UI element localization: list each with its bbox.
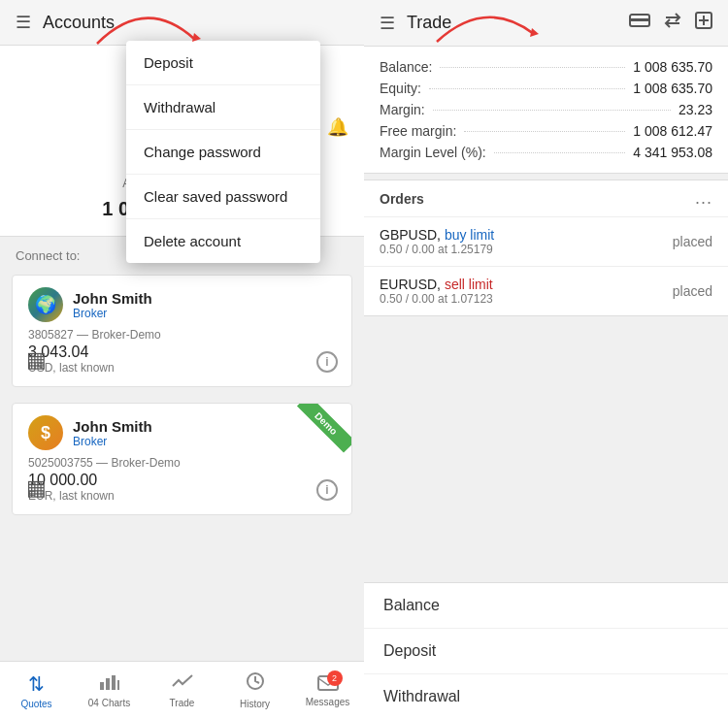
red-arrow-right [422, 5, 548, 49]
order-info-0: GBPUSD, buy limit 0.50 / 0.00 at 1.25179 [380, 227, 494, 256]
dropdown-menu: Deposit Withdrawal Change password Clear… [126, 41, 320, 263]
trade-icon [172, 672, 193, 695]
balance-label-4: Margin Level (%): [380, 145, 486, 160]
order-info-1: EURUSD, sell limit 0.50 / 0.00 at 1.0712… [380, 277, 493, 306]
svg-rect-8 [630, 18, 649, 21]
history-icon [246, 671, 265, 696]
balance-row-2: Margin: 23.23 [380, 99, 712, 120]
info-icon-2[interactable]: i [316, 479, 338, 501]
order-type-1: sell limit [445, 277, 493, 292]
dotted-0 [440, 67, 625, 68]
messages-icon-wrap: 2 [317, 674, 339, 694]
order-item-1[interactable]: EURUSD, sell limit 0.50 / 0.00 at 1.0712… [364, 267, 728, 315]
account-1-number: 3805827 — Broker-Demo [28, 328, 336, 342]
nav-trade-label: Trade [170, 698, 195, 708]
dropdown-delete-account[interactable]: Delete account [126, 219, 320, 263]
account-2-number: 5025003755 — Broker-Demo [28, 456, 336, 470]
orders-header: Orders ... [364, 180, 728, 217]
balance-label-0: Balance: [380, 59, 432, 75]
dropdown-clear-password[interactable]: Clear saved password [126, 175, 320, 219]
svg-rect-3 [112, 675, 116, 690]
account-1-currency: USD, last known [28, 361, 336, 375]
dotted-4 [494, 152, 626, 153]
order-sub-1: 0.50 / 0.00 at 1.07123 [380, 292, 493, 306]
dotted-2 [433, 110, 671, 111]
balance-value-2: 23.23 [678, 102, 712, 117]
order-status-1: placed [673, 283, 712, 299]
balance-row-4: Margin Level (%): 4 341 953.08 [380, 142, 712, 163]
order-pair-1: EURUSD, sell limit [380, 277, 493, 292]
order-type-0: buy limit [445, 227, 494, 243]
orders-title: Orders [380, 191, 424, 207]
bottom-menu-deposit[interactable]: Deposit [364, 629, 728, 674]
balance-label-2: Margin: [380, 102, 425, 117]
account-2-name: John Smith [73, 418, 152, 435]
left-panel: ☰ Accounts 🌍 John Sm Broker 4481832 — Br… [0, 0, 364, 719]
balance-row-0: Balance: 1 008 635.70 [380, 56, 712, 78]
balance-value-1: 1 008 635.70 [633, 81, 712, 96]
svg-rect-1 [100, 682, 104, 690]
dotted-1 [429, 88, 625, 89]
balance-row-1: Equity: 1 008 635.70 [380, 78, 712, 99]
right-hamburger-icon[interactable]: ☰ [380, 13, 395, 34]
nav-messages[interactable]: 2 Messages [291, 662, 364, 719]
transfer-icon[interactable] [664, 12, 681, 34]
nav-history[interactable]: History [218, 662, 291, 719]
info-icon-1[interactable]: i [316, 351, 338, 373]
svg-marker-0 [192, 33, 201, 42]
balance-section: Balance: 1 008 635.70 Equity: 1 008 635.… [364, 47, 728, 174]
nav-history-label: History [240, 699, 270, 709]
nav-trade[interactable]: Trade [146, 662, 218, 719]
svg-rect-4 [117, 680, 119, 690]
orders-more-button[interactable]: ... [695, 188, 712, 209]
quotes-icon: ⇅ [28, 672, 45, 696]
account-list-item-2[interactable]: Demo $ John Smith Broker 5025003755 — Br… [12, 403, 352, 515]
balance-value-4: 4 341 953.08 [633, 145, 712, 160]
orders-section: Orders ... GBPUSD, buy limit 0.50 / 0.00… [364, 180, 728, 316]
order-pair-0: GBPUSD, buy limit [380, 227, 494, 243]
dropdown-change-password[interactable]: Change password [126, 130, 320, 175]
balance-label-1: Equity: [380, 81, 421, 96]
nav-quotes-label: Quotes [20, 699, 51, 709]
order-item-0[interactable]: GBPUSD, buy limit 0.50 / 0.00 at 1.25179… [364, 217, 728, 267]
account-2-amount: 10 000.00 [28, 472, 336, 489]
account-1-amount: 3 043.04 [28, 343, 336, 361]
svg-marker-12 [530, 28, 539, 37]
dropdown-withdrawal[interactable]: Withdrawal [126, 85, 320, 130]
account-2-avatar: $ [28, 415, 63, 450]
bottom-menu-balance[interactable]: Balance [364, 583, 728, 629]
qr-icon-1[interactable]: ▦ [26, 347, 47, 373]
balance-label-3: Free margin: [380, 123, 456, 139]
hamburger-icon[interactable]: ☰ [16, 12, 31, 33]
account-1-name: John Smith [73, 290, 152, 307]
account-list-item-1[interactable]: 🌍 John Smith Broker 3805827 — Broker-Dem… [12, 275, 352, 387]
card-icon[interactable] [629, 13, 650, 33]
account-2-broker: Broker [73, 435, 152, 448]
bottom-nav: ⇅ Quotes 04 Charts Trade History 2 [0, 661, 364, 719]
account-1-broker: Broker [73, 307, 152, 320]
messages-badge: 2 [327, 670, 343, 686]
order-status-0: placed [673, 234, 712, 249]
red-arrow-left [78, 5, 214, 53]
nav-messages-label: Messages [306, 697, 350, 707]
dotted-3 [464, 131, 625, 132]
balance-value-3: 1 008 612.47 [633, 123, 712, 139]
account-2-currency: EUR, last known [28, 489, 336, 503]
nav-charts[interactable]: 04 Charts [73, 662, 146, 719]
bell-icon[interactable]: 🔔 [327, 116, 348, 138]
svg-rect-2 [106, 678, 110, 690]
nav-charts-label: 04 Charts [88, 698, 130, 708]
qr-icon-2[interactable]: ▦ [26, 475, 47, 501]
add-icon[interactable] [695, 12, 712, 34]
bottom-menu: Balance Deposit Withdrawal [364, 582, 728, 719]
charts-icon [99, 672, 120, 695]
header-icons [629, 12, 712, 34]
balance-value-0: 1 008 635.70 [633, 59, 712, 75]
account-1-avatar: 🌍 [28, 287, 63, 322]
right-panel: ☰ Trade Balance: 1 008 635.70 Equity: [364, 0, 728, 719]
order-sub-0: 0.50 / 0.00 at 1.25179 [380, 243, 494, 256]
nav-quotes[interactable]: ⇅ Quotes [0, 662, 73, 719]
bottom-menu-withdrawal[interactable]: Withdrawal [364, 674, 728, 719]
balance-row-3: Free margin: 1 008 612.47 [380, 120, 712, 142]
